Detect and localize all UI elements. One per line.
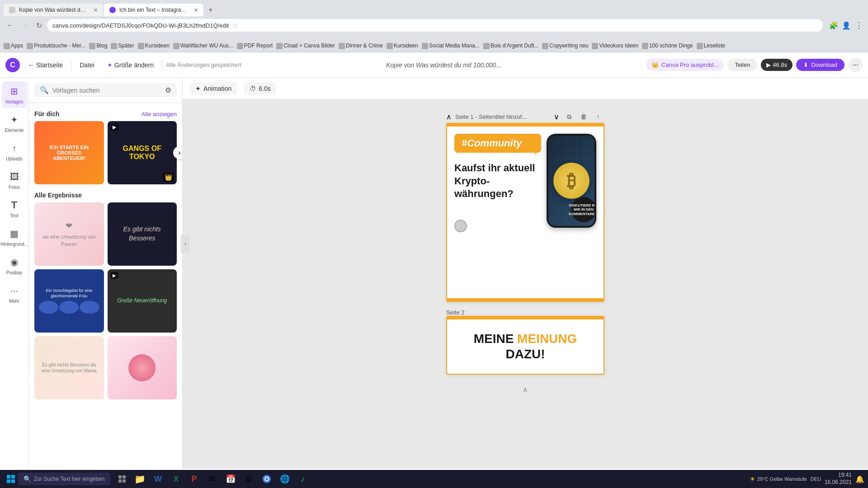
- template-pink[interactable]: [108, 336, 177, 399]
- page1-delete-button[interactable]: 🗑: [577, 110, 590, 123]
- sidebar-item-mehr[interactable]: ··· Mehr: [2, 281, 27, 307]
- resize-button[interactable]: ✦ Größe ändern: [103, 59, 158, 71]
- new-tab-button[interactable]: +: [204, 4, 217, 16]
- canva-pro-button[interactable]: 👑 Canva Pro ausprobI...: [646, 59, 724, 71]
- sidebar-item-pixabay[interactable]: ◉ Pixabay: [2, 252, 27, 279]
- back-button[interactable]: ←: [4, 19, 16, 32]
- template-grand-opening[interactable]: ▶ Große Neueröffnung: [108, 269, 177, 333]
- bookmark-kursideen2[interactable]: Kursideen: [387, 42, 418, 49]
- timer-button[interactable]: ⏱ 6.0s: [244, 82, 276, 95]
- template-romantic[interactable]: ❤ als eine Umsetzung von Paaren: [34, 202, 104, 266]
- taskbar-app-taskview[interactable]: [114, 471, 130, 487]
- more-sidebar-icon: ···: [8, 284, 21, 297]
- page1-left-col: #Community Kaufst ihr aktuell Krypto-wäh…: [454, 134, 541, 232]
- search-input[interactable]: [52, 87, 161, 94]
- taskbar-app-settings[interactable]: ⚙: [241, 471, 257, 487]
- bookmark-100schoen[interactable]: 100 schöne Dinge: [642, 42, 693, 49]
- svg-rect-2: [7, 479, 10, 483]
- bookmark-spaeter[interactable]: Später: [111, 42, 134, 49]
- bookmark-bois[interactable]: Bois d'Argent Duft...: [483, 42, 538, 49]
- bookmark-produktsuche[interactable]: Produktsuche - Mer...: [27, 42, 85, 49]
- bookmark-videokurs[interactable]: Videokurs Ideen: [592, 42, 638, 49]
- filter-icon[interactable]: ⚙: [165, 86, 171, 94]
- page1-chevron[interactable]: ∨: [554, 113, 559, 121]
- crown-icon: 👑: [651, 61, 659, 68]
- sidebar-item-vorlagen[interactable]: ⊞ Vorlagen: [2, 81, 27, 108]
- animation-button[interactable]: ✦ Animation: [190, 82, 237, 95]
- bookmark-blog[interactable]: Blog: [89, 42, 107, 49]
- template-gangs[interactable]: ▶ GANGS OF TOKYO 👑: [108, 121, 177, 184]
- download-button[interactable]: ⬇ Download: [796, 59, 844, 71]
- tab2-close[interactable]: ✕: [194, 7, 198, 13]
- tab-2[interactable]: Ich bin ein Text – Instagram-Bei... ✕: [104, 4, 203, 16]
- templates-icon: ⊞: [8, 85, 21, 98]
- taskbar-app-chrome[interactable]: [259, 471, 275, 487]
- share-button[interactable]: Teilen: [727, 59, 757, 71]
- canva-logo[interactable]: C: [5, 58, 20, 72]
- tab1-close[interactable]: ✕: [94, 7, 98, 13]
- bookmark-copywriting[interactable]: Copywriting neu: [542, 42, 588, 49]
- taskbar-app-calendar[interactable]: 📅: [222, 471, 239, 487]
- taskbar-app-spotify[interactable]: ♪: [295, 471, 311, 487]
- page1-duplicate-button[interactable]: ⧉: [563, 110, 576, 123]
- extensions-icon[interactable]: 🧩: [828, 20, 839, 31]
- page2-design[interactable]: MEINE MEINUNGDAZU!: [446, 316, 604, 375]
- svg-rect-6: [118, 479, 122, 483]
- sidebar-item-uploads[interactable]: ↑ Uploads: [2, 138, 27, 165]
- page1-share-button[interactable]: ↑: [592, 110, 604, 123]
- left-sidebar: ⊞ Vorlagen ✦ Elemente ↑ Uploads 🖼 Fotos …: [0, 78, 29, 488]
- bookmark-pdfreport[interactable]: PDF Report: [237, 42, 273, 49]
- profile-icon[interactable]: 👤: [841, 20, 852, 31]
- taskbar-app-explorer[interactable]: 📁: [132, 471, 148, 487]
- sidebar-item-fotos[interactable]: 🖼 Fotos: [2, 167, 27, 193]
- bookmark-cload[interactable]: Cload + Canva Bilder: [276, 42, 335, 49]
- template-blue-grid[interactable]: Ein Vorschlagslist für eine gleichsinnen…: [34, 269, 104, 333]
- template-adventure[interactable]: ICH STARTE EIN GROSSES ABENTEUER!: [34, 121, 104, 184]
- taskbar-search[interactable]: 🔍 Zur Suche Text hier eingeben: [18, 473, 110, 485]
- bookmark-apps[interactable]: Apps: [4, 42, 23, 49]
- panel-collapse-button[interactable]: ‹: [181, 235, 190, 253]
- bookmark-leseliste[interactable]: Leseliste: [697, 42, 725, 49]
- taskbar-app-word[interactable]: W: [150, 471, 166, 487]
- notification-icon[interactable]: 🔔: [855, 475, 864, 483]
- home-label: Startseite: [36, 61, 63, 69]
- sidebar-item-text[interactable]: T Text: [2, 195, 27, 222]
- templates-arrow[interactable]: ›: [173, 146, 182, 159]
- address-bar[interactable]: canva.com/design/DAETDSJ0cqo/FOkQDU-Wi-j…: [47, 19, 823, 32]
- template-peach[interactable]: Es gibt nichts Besseres als eine Umsetzu…: [34, 336, 104, 399]
- home-nav-button[interactable]: ← Startseite: [24, 59, 67, 71]
- taskbar-app-powerpoint[interactable]: P: [186, 471, 203, 487]
- page1-bottom: [454, 206, 541, 232]
- start-button[interactable]: [4, 472, 18, 486]
- community-badge: #Community: [454, 134, 541, 153]
- star-icon[interactable]: ☆: [232, 22, 238, 29]
- bookmark-wahlfaecher[interactable]: Wahlfächer WU Aus...: [173, 42, 233, 49]
- calendar-icon: 📅: [226, 474, 236, 484]
- bookmark-dinner[interactable]: Dinner & Crime: [339, 42, 383, 49]
- explorer-icon: 📁: [134, 474, 146, 484]
- reload-button[interactable]: ↻: [33, 19, 45, 32]
- sidebar-item-elemente[interactable]: ✦ Elemente: [2, 110, 27, 136]
- bookmark-socialmedia[interactable]: Social Media Mana...: [422, 42, 480, 49]
- play-button[interactable]: ▶ 46.8s: [761, 59, 793, 71]
- taskbar-app-mail[interactable]: ✉: [204, 471, 221, 487]
- template-minimal[interactable]: Es gibt nichts Besseres: [108, 202, 177, 266]
- page1-design[interactable]: #Community Kaufst ihr aktuell Krypto-wäh…: [446, 123, 604, 302]
- word-icon: W: [154, 474, 162, 484]
- tab-1[interactable]: Kopie von Was würdest du mit ... ✕: [4, 4, 103, 16]
- bookmark-kursideen1[interactable]: Kursideen: [138, 42, 170, 49]
- menu-icon[interactable]: ⋮: [854, 20, 864, 31]
- scroll-up-hint[interactable]: ∧: [519, 382, 532, 398]
- search-icon-taskbar: 🔍: [24, 475, 31, 483]
- fuer-dich-templates: ICH STARTE EIN GROSSES ABENTEUER! ▶ GANG…: [34, 121, 177, 184]
- page1-expand-icon[interactable]: ∧: [446, 113, 452, 121]
- page2-container: Seite 2 MEINE MEINUNGDAZU!: [446, 309, 604, 375]
- alle-anzeigen-link[interactable]: Alle anzeigen: [142, 111, 177, 117]
- taskbar-app-edge[interactable]: 🌐: [277, 471, 293, 487]
- more-icon: ···: [852, 61, 858, 69]
- taskbar-app-excel[interactable]: X: [168, 471, 184, 487]
- forward-button[interactable]: →: [18, 19, 31, 32]
- sidebar-item-hintergrund[interactable]: ▦ Hintergrund...: [2, 224, 27, 250]
- file-menu-button[interactable]: Datei: [75, 59, 99, 71]
- more-options-button[interactable]: ···: [848, 58, 863, 72]
